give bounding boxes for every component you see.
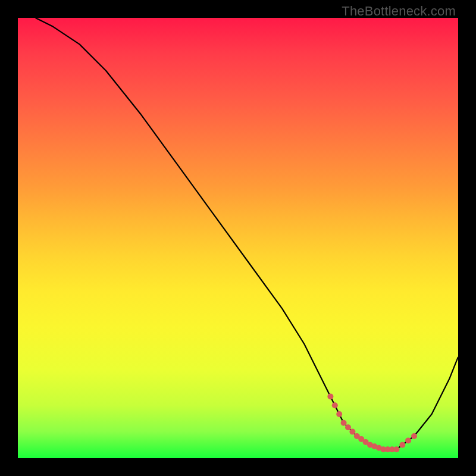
attribution-label: TheBottleneck.com (342, 4, 456, 19)
optimal-dot (411, 433, 417, 439)
curve-overlay (18, 18, 458, 458)
optimal-dot (405, 437, 411, 443)
optimal-dot (393, 446, 399, 452)
optimal-dot (399, 442, 405, 448)
optimal-dot (332, 402, 338, 408)
optimal-dot (345, 424, 351, 430)
optimal-range-dots (327, 393, 417, 452)
bottleneck-curve (36, 18, 458, 449)
optimal-dot (327, 393, 333, 399)
plot-area (18, 18, 458, 458)
chart-frame: TheBottleneck.com (0, 0, 476, 476)
optimal-dot (336, 411, 342, 417)
optimal-dot (341, 420, 347, 426)
optimal-dot (349, 429, 355, 435)
